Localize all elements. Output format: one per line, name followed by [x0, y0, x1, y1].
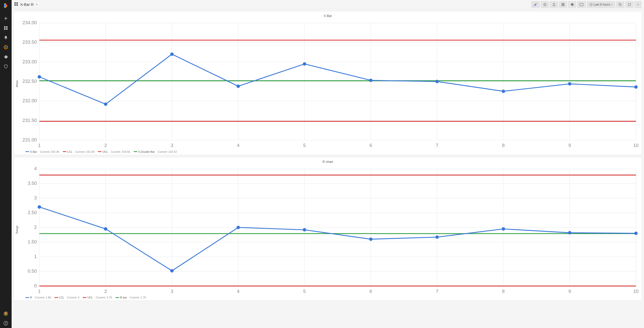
svg-rect-13: [16, 4, 18, 6]
svg-text:6: 6: [370, 288, 372, 294]
legend-item[interactable]: R Current: 1.80: [25, 296, 51, 299]
panel-title: R chart: [15, 159, 640, 165]
rchart-plot[interactable]: 00.5011.5022.5033.50412345678910: [19, 165, 640, 295]
dashboards-icon[interactable]: [0, 24, 12, 32]
svg-rect-16: [536, 3, 536, 6]
add-panel-button[interactable]: [531, 1, 540, 8]
svg-rect-11: [16, 2, 18, 4]
legend-item[interactable]: X-Double Bar Current: 232.52: [134, 150, 177, 153]
legend-item[interactable]: UCL Current: 233.56: [98, 150, 130, 153]
zoom-out-button[interactable]: [616, 1, 624, 8]
xbar-legend: X-Bar Current: 232.36LCL Current: 231.48…: [15, 149, 640, 154]
svg-rect-15: [535, 4, 535, 6]
svg-text:3: 3: [34, 195, 37, 200]
rchart-legend: R Current: 1.80LCL Current: 0UCL Current…: [15, 294, 640, 299]
star-button[interactable]: [541, 1, 549, 8]
svg-text:2.50: 2.50: [28, 210, 37, 215]
svg-point-109: [104, 227, 107, 230]
svg-text:4: 4: [237, 143, 239, 148]
help-icon[interactable]: [0, 319, 12, 327]
svg-point-61: [303, 62, 306, 65]
svg-text:233.50: 233.50: [22, 39, 37, 45]
svg-text:233.00: 233.00: [22, 59, 37, 64]
app-logo[interactable]: [2, 2, 9, 9]
svg-point-60: [237, 85, 240, 88]
svg-text:2: 2: [104, 143, 107, 148]
explore-icon[interactable]: [0, 43, 12, 52]
svg-text:4: 4: [34, 166, 37, 171]
svg-point-57: [38, 75, 41, 79]
xbar-plot[interactable]: 231.00231.50232.00232.50233.00233.50234.…: [19, 19, 640, 149]
svg-text:7: 7: [436, 143, 438, 148]
svg-rect-0: [4, 26, 6, 28]
xbar-panel: X-Bar Mean 231.00231.50232.00232.50233.0…: [14, 11, 642, 155]
svg-point-65: [568, 82, 571, 85]
svg-rect-2: [4, 28, 6, 30]
svg-point-114: [435, 235, 439, 239]
rchart-panel: R chart Range 00.5011.5022.5033.50412345…: [14, 157, 642, 301]
time-range-button[interactable]: Last 6 hours ▾: [587, 1, 615, 8]
sidebar: [0, 0, 12, 328]
share-button[interactable]: [550, 1, 558, 8]
svg-text:10: 10: [633, 288, 639, 294]
svg-text:1.50: 1.50: [28, 239, 37, 244]
svg-text:1: 1: [34, 254, 37, 259]
svg-rect-17: [580, 3, 583, 6]
svg-point-113: [369, 237, 372, 241]
svg-point-9: [6, 324, 6, 324]
svg-text:2: 2: [104, 288, 107, 294]
legend-item[interactable]: X-Bar Current: 232.36: [25, 150, 59, 153]
shield-icon[interactable]: [0, 62, 12, 71]
svg-text:7: 7: [436, 288, 438, 294]
y-axis-label: Mean: [15, 19, 19, 149]
add-icon[interactable]: [0, 14, 12, 23]
svg-text:8: 8: [502, 288, 505, 294]
svg-text:0: 0: [34, 283, 37, 288]
svg-point-66: [634, 85, 637, 89]
svg-text:3.50: 3.50: [28, 180, 37, 186]
legend-item[interactable]: LCL Current: 231.48: [63, 150, 95, 153]
refresh-button[interactable]: [625, 1, 633, 8]
svg-text:5: 5: [303, 288, 306, 294]
svg-rect-12: [14, 4, 16, 6]
svg-text:231.00: 231.00: [22, 137, 37, 142]
svg-point-115: [502, 227, 505, 230]
svg-point-59: [170, 53, 174, 56]
svg-point-112: [303, 228, 306, 231]
svg-text:3: 3: [171, 288, 173, 294]
svg-text:6: 6: [370, 143, 372, 148]
svg-text:234.00: 234.00: [22, 20, 37, 25]
svg-rect-1: [6, 26, 8, 28]
svg-text:9: 9: [568, 288, 571, 294]
svg-point-108: [38, 205, 41, 208]
save-button[interactable]: [559, 1, 567, 8]
main-content: X-Bar R ▾ Last 6 hours ▾ ▾: [12, 0, 644, 328]
svg-point-116: [568, 231, 571, 234]
refresh-interval-button[interactable]: ▾: [634, 1, 641, 8]
svg-point-62: [369, 79, 372, 82]
legend-item[interactable]: LCL Current: 0: [54, 296, 79, 299]
configuration-icon[interactable]: [0, 53, 12, 61]
svg-text:0.50: 0.50: [28, 268, 37, 273]
alert-icon[interactable]: [0, 33, 12, 42]
svg-text:10: 10: [633, 143, 639, 148]
legend-item[interactable]: UCL Current: 3.79: [83, 296, 112, 299]
svg-text:1: 1: [38, 288, 41, 294]
avatar[interactable]: [0, 309, 12, 318]
svg-rect-5: [5, 47, 7, 48]
svg-text:5: 5: [303, 143, 306, 148]
settings-button[interactable]: [568, 1, 576, 8]
dashboard-title[interactable]: X-Bar R: [20, 2, 34, 7]
svg-point-63: [435, 80, 439, 83]
y-axis-label: Range: [15, 165, 19, 295]
panel-title: X-Bar: [15, 13, 640, 19]
legend-item[interactable]: R-bar Current: 1.79: [116, 296, 146, 299]
svg-text:8: 8: [502, 143, 505, 148]
svg-point-110: [170, 269, 174, 272]
dashboard-grid-icon: [14, 2, 18, 7]
chevron-down-icon[interactable]: ▾: [36, 3, 37, 6]
cycle-view-button[interactable]: [577, 1, 586, 8]
svg-point-117: [634, 232, 637, 235]
svg-text:3: 3: [171, 143, 173, 148]
svg-point-58: [104, 103, 107, 106]
